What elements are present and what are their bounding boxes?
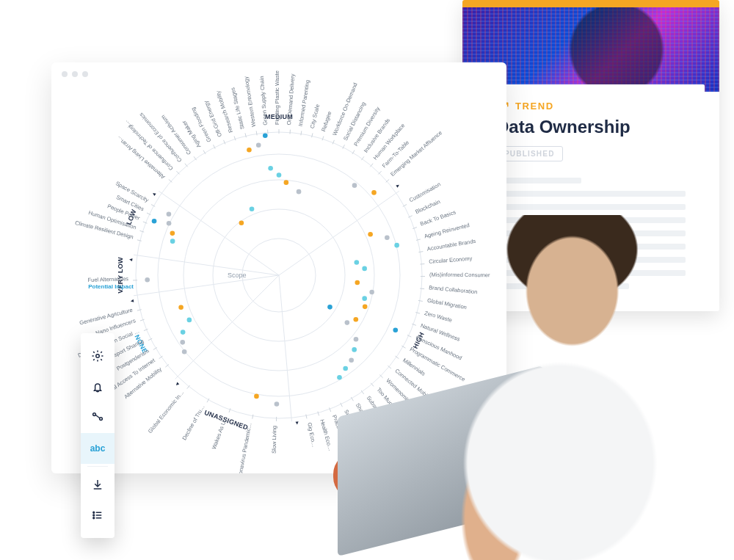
radar-term[interactable]: Global Economic In… — [147, 389, 186, 434]
radar-point[interactable] — [182, 349, 187, 354]
download-button[interactable] — [81, 469, 115, 500]
svg-point-81 — [96, 354, 100, 358]
radar-point[interactable] — [181, 330, 186, 335]
svg-line-13 — [134, 275, 279, 296]
radar-point[interactable] — [180, 340, 185, 345]
svg-line-74 — [137, 310, 142, 310]
radar-term[interactable]: Refugee — [320, 111, 333, 133]
radar-point[interactable] — [268, 166, 273, 171]
settings-button[interactable] — [81, 341, 115, 371]
svg-line-65 — [229, 408, 230, 412]
radar-term[interactable]: Gig Eco… — [306, 422, 317, 448]
radar-term[interactable]: Fighting Plastic Waste — [274, 70, 280, 125]
radar-center-label: Scope — [228, 272, 247, 279]
trend-eyebrow-text: TREND — [515, 101, 554, 112]
svg-text:▲: ▲ — [129, 298, 135, 304]
svg-text:▲: ▲ — [150, 190, 158, 197]
svg-text:▲: ▲ — [294, 421, 300, 426]
radar-term[interactable]: Workforce On-Demand — [331, 81, 359, 137]
svg-line-61 — [318, 412, 319, 416]
impact-axis-label: Potential Impact — [88, 283, 134, 290]
svg-text:▲: ▲ — [128, 257, 134, 263]
svg-line-32 — [322, 137, 324, 141]
svg-line-15 — [134, 255, 279, 275]
svg-line-26 — [256, 131, 257, 135]
svg-line-5 — [159, 191, 279, 275]
radar-point[interactable] — [239, 220, 244, 225]
svg-line-30 — [301, 131, 302, 135]
radar-point[interactable] — [256, 142, 261, 148]
radar-point[interactable] — [277, 172, 282, 178]
radar-point[interactable] — [247, 148, 252, 153]
svg-line-62 — [306, 414, 307, 418]
radar-term[interactable]: Western Entomology — [243, 76, 258, 127]
radar-term[interactable]: Slow Living — [271, 426, 278, 454]
svg-line-64 — [252, 415, 253, 419]
svg-point-85 — [93, 514, 95, 516]
radar-point[interactable] — [167, 212, 172, 217]
radar-term[interactable]: Decline of Tru… — [181, 404, 206, 441]
trend-card-banner — [462, 0, 719, 7]
gear-icon — [91, 349, 104, 363]
connections-icon — [91, 411, 104, 424]
radar-term[interactable]: City Scale — [309, 103, 321, 129]
radar-point[interactable] — [275, 401, 280, 407]
alerts-button[interactable] — [81, 371, 115, 402]
svg-line-25 — [245, 133, 246, 137]
bell-icon — [91, 380, 104, 393]
svg-line-77 — [139, 230, 144, 232]
radar-point[interactable] — [152, 219, 157, 224]
svg-line-73 — [140, 319, 145, 321]
radar-term[interactable]: Green Supply Chain — [258, 76, 269, 126]
radar-point[interactable] — [178, 305, 184, 310]
list-button[interactable] — [81, 500, 115, 531]
svg-point-86 — [93, 517, 95, 519]
person-photo — [404, 215, 705, 560]
radar-point[interactable] — [284, 180, 289, 185]
radar-toolbar: abc — [81, 333, 115, 538]
radar-point[interactable] — [187, 318, 192, 323]
radar-point[interactable] — [145, 277, 150, 283]
svg-point-84 — [93, 512, 95, 513]
svg-line-24 — [234, 137, 236, 141]
svg-line-9 — [279, 275, 291, 421]
radar-point[interactable] — [167, 221, 172, 226]
download-icon — [91, 478, 104, 491]
svg-line-76 — [137, 240, 142, 241]
radar-point[interactable] — [297, 189, 302, 194]
svg-line-31 — [312, 133, 313, 137]
radar-point[interactable] — [170, 239, 175, 244]
abc-icon: abc — [90, 443, 106, 454]
radar-point[interactable] — [170, 231, 175, 236]
connections-button[interactable] — [81, 402, 115, 433]
radar-point[interactable] — [254, 394, 259, 399]
trend-eyebrow: TREND — [496, 99, 686, 112]
radar-term[interactable]: On-Demand Delivery — [286, 73, 296, 126]
svg-line-78 — [143, 222, 148, 223]
list-icon — [91, 509, 104, 522]
labels-button[interactable]: abc — [81, 433, 115, 464]
svg-line-11 — [175, 275, 279, 379]
svg-text:▲: ▲ — [173, 381, 181, 388]
radar-point[interactable] — [263, 134, 268, 139]
trend-title: Data Ownership — [496, 117, 686, 137]
radar-point[interactable] — [250, 206, 255, 211]
hero-photo — [323, 149, 734, 560]
radar-term[interactable]: Informed Parenting — [297, 79, 311, 126]
